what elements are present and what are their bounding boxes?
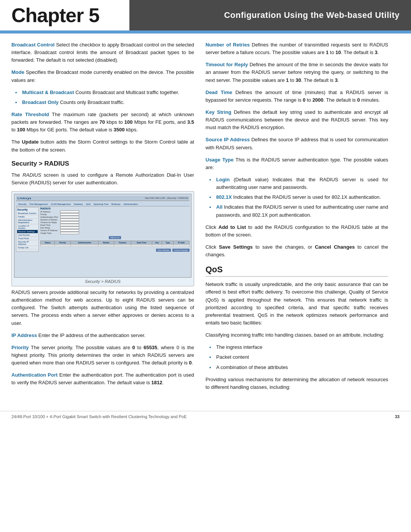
classifying-bullets-list: The ingress interface Packet content A c…	[209, 343, 388, 371]
mode-text: Specifies the Broadcast mode currently e…	[11, 69, 194, 83]
page-footer: 24/48-Port 10/100 + 4-Port Gigabit Smart…	[0, 411, 411, 422]
login-text: (Default value) Indicates that the RADIU…	[216, 177, 388, 190]
security-radius-heading: Security > RADIUS	[11, 160, 194, 168]
sim-nav-admin: Administration	[123, 203, 139, 206]
auth-port-term: Authentication Port	[11, 372, 57, 378]
list-item: The ingress interface	[209, 343, 388, 351]
sim-table-cell	[162, 245, 174, 246]
sim-table-cell	[55, 245, 70, 246]
section-title: Configuration Using the Web-based Utilit…	[224, 10, 400, 20]
source-ip-term: Source IP Address	[206, 137, 250, 142]
8021x-text: Indicates that the RADIUS server is used…	[232, 194, 381, 200]
sim-table-cell	[99, 245, 114, 246]
broadcast-only-text: Counts only Broadcast traffic.	[59, 99, 124, 105]
sim-sidebar-item: Trust Point	[17, 237, 38, 240]
sim-chrome-bar: Linksys http://192.168.1.254 - [Security…	[16, 196, 190, 201]
list-item: A combination of these attributes	[209, 364, 388, 371]
sim-form-row: Key String	[40, 227, 190, 229]
update-note-para: The Update button adds the Storm Control…	[11, 138, 194, 153]
cancel-changes-bold: Cancel Changes	[315, 244, 355, 250]
classifying-bullet-2: Packet content	[216, 354, 249, 360]
timeout-reply-para: Timeout for Reply Defines the amount of …	[206, 61, 388, 84]
sim-sidebar-item: Family	[17, 215, 38, 219]
sim-nav-multicast: Multicast	[110, 203, 122, 206]
sim-table-cell	[114, 245, 131, 246]
auth-port-para: Authentication Port Enter the authentica…	[11, 371, 194, 387]
update-bold: Update	[22, 139, 38, 145]
sim-form-title: RADIUS	[40, 207, 190, 210]
sim-cancel-changes-button[interactable]: Cancel Changes	[172, 249, 190, 252]
ip-address-term: IP Address	[11, 332, 37, 338]
list-item: Packet content	[209, 353, 388, 361]
providing-para: Providing various mechanisms for determi…	[206, 376, 388, 391]
sim-label: Dead Time	[40, 224, 59, 226]
sim-sidebar-item-radius: Session Settings	[17, 230, 38, 233]
rate-threshold-term: Rate Threshold	[11, 112, 49, 117]
key-string-text: Defines the default key string used to a…	[206, 109, 388, 130]
sim-input	[60, 221, 79, 224]
list-item: All Indicates that the RADIUS server is …	[209, 203, 388, 219]
number-retries-term: Number of Retries	[206, 42, 250, 48]
list-item: Broadcast Only Counts only Broadcast tra…	[15, 99, 194, 106]
sim-input	[60, 211, 79, 213]
broadcast-control-term: Broadcast Control	[11, 42, 55, 48]
source-ip-para: Source IP Address Defines the source IP …	[206, 136, 388, 151]
sim-add-to-list-area: Add to List	[40, 235, 190, 239]
sim-table-header: Dead Time	[131, 241, 152, 244]
main-content: Broadcast Control Select the checkbox to…	[0, 34, 411, 403]
screenshot-image: Linksys http://192.168.1.254 - [Security…	[14, 194, 191, 278]
sim-form-row: Source IP Address	[40, 229, 190, 232]
sim-input	[60, 216, 79, 218]
sim-table-cell	[70, 245, 99, 246]
dead-time-term: Dead Time	[206, 89, 232, 95]
table-row	[41, 245, 190, 246]
footer-title: 24/48-Port 10/100 + 4-Port Gigabit Smart…	[11, 414, 187, 419]
sim-body: Security Broadcast Control Family Admini…	[16, 207, 190, 252]
sim-footer-buttons: Save Settings Cancel Changes	[40, 248, 190, 252]
page-header: Chapter 5 Configuration Using the Web-ba…	[0, 0, 411, 30]
sim-table-header: IP Addr	[174, 241, 190, 244]
left-column: Broadcast Control Select the checkbox to…	[11, 41, 194, 396]
sim-nav-bar: Security Port Management VLAN Management…	[16, 202, 190, 206]
dead-time-text: Defines the amount of time (minutes) tha…	[206, 89, 388, 103]
sim-sidebar-item: Location of Articles	[17, 224, 38, 230]
chapter-title-area: Chapter 5	[0, 0, 129, 30]
sim-table-cell	[174, 245, 190, 246]
add-to-list-bold: Add to List	[218, 224, 246, 230]
blue-divider	[0, 30, 411, 34]
sim-input	[60, 227, 79, 229]
sim-input	[60, 213, 79, 216]
sim-form-row: Timeout for Reply	[40, 221, 190, 224]
section-title-area: Configuration Using the Web-based Utilit…	[129, 0, 411, 30]
sim-nav-port: Port Management	[29, 203, 49, 206]
sim-input	[60, 224, 79, 226]
usage-type-term: Usage Type	[206, 157, 234, 163]
sim-radius-table: Status Priority Authentication Retries T…	[40, 241, 190, 247]
key-string-term: Key String	[206, 109, 231, 115]
number-retries-para: Number of Retries Defines the number of …	[206, 41, 388, 56]
sim-label: Source IP Address	[40, 229, 59, 232]
sim-label: IP Address	[40, 211, 59, 213]
broadcast-only-term: Broadcast Only	[22, 99, 59, 105]
sim-table-cell	[152, 245, 162, 246]
sim-sidebar-item: Broadcast Control	[17, 212, 38, 215]
sim-form-row: IP Address	[40, 211, 190, 213]
sim-sidebar-item: Security IP Address	[17, 240, 38, 246]
sim-table-header: Authentication	[70, 241, 99, 244]
sim-table-header: Status	[41, 241, 55, 244]
usage-type-para: Usage Type This is the RADIUS server aut…	[206, 156, 388, 171]
sim-table-cell	[41, 245, 55, 246]
sim-add-to-list-button[interactable]: Add to List	[109, 236, 121, 239]
mode-para: Mode Specifies the Broadcast mode curren…	[11, 69, 194, 84]
sim-form-area: RADIUS IP Address Priority Authenticatio…	[40, 207, 190, 252]
sim-input	[60, 219, 79, 221]
sim-table-header: Timeout	[114, 241, 131, 244]
save-settings-bold: Save Settings	[219, 244, 253, 250]
radius-italic: RADIUS	[22, 172, 41, 178]
sim-form-row: Authentication Port	[40, 216, 190, 218]
multicast-broadcast-term: Multicast & Broadcast	[22, 89, 74, 95]
screenshot-container: Linksys http://192.168.1.254 - [Security…	[11, 191, 194, 286]
sim-label: Priority	[40, 213, 59, 216]
sim-input	[60, 232, 79, 234]
sim-save-settings-button[interactable]: Save Settings	[156, 249, 171, 252]
